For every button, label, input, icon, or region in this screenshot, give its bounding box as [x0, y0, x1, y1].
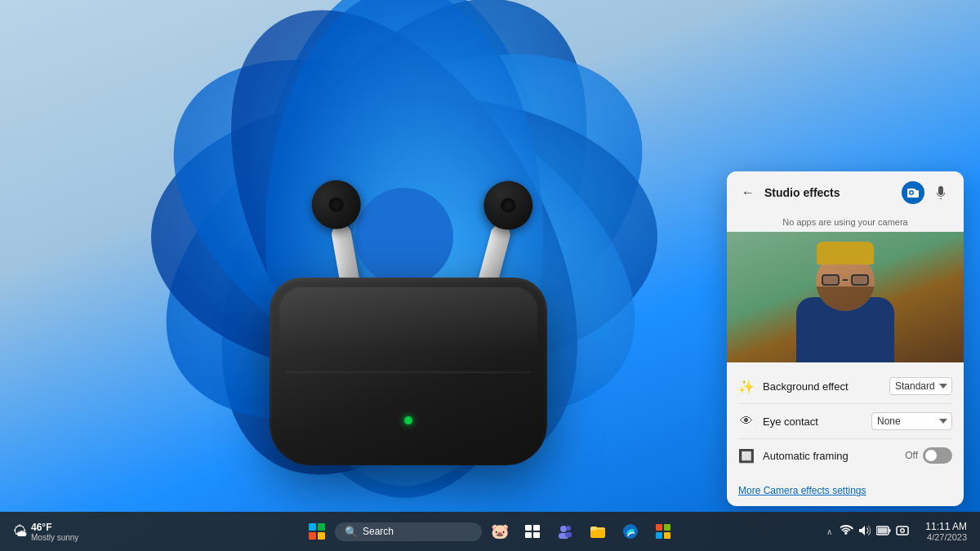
svg-rect-24: [889, 529, 891, 532]
automatic-framing-toggle[interactable]: [923, 447, 952, 464]
automatic-framing-value: Off: [905, 450, 918, 461]
panel-title: Studio effects: [764, 186, 895, 199]
svg-rect-15: [565, 532, 572, 537]
weather-info: 46°F Mostly sunny: [31, 522, 78, 542]
taskbar-left: 🌤 46°F Mostly sunny: [7, 522, 170, 542]
search-label: Search: [363, 526, 394, 537]
taskbar-teams[interactable]: [550, 517, 580, 546]
panel-settings: ✨ Background effect Standard Blur Replac…: [727, 362, 964, 478]
tray-expand-button[interactable]: ∧: [823, 524, 835, 540]
search-bar[interactable]: 🔍 Search: [335, 522, 482, 541]
clock-time: 11:11 AM: [925, 521, 967, 532]
setting-eye-contact: 👁 Eye contact None Standard Teleprompter: [727, 404, 964, 438]
eye-contact-control[interactable]: None Standard Teleprompter: [871, 412, 952, 430]
volume-icon[interactable]: [858, 525, 871, 539]
svg-point-28: [902, 529, 904, 531]
clock-date: 4/27/2023: [925, 532, 967, 542]
setting-automatic-framing: 🔲 Automatic framing Off: [727, 439, 964, 472]
logo-tile-4: [318, 532, 325, 540]
svg-rect-19: [656, 524, 662, 531]
no-camera-status: No apps are using your camera: [727, 214, 964, 232]
desktop: ← Studio effects No apps are using your …: [0, 0, 980, 551]
panel-header: ← Studio effects: [727, 171, 964, 214]
teams-icon: [557, 524, 573, 539]
camera-person: [727, 232, 964, 362]
svg-point-14: [566, 526, 571, 531]
system-tray: ∧: [817, 524, 915, 540]
eye-contact-label: Eye contact: [763, 415, 863, 428]
wifi-icon[interactable]: [840, 525, 853, 539]
automatic-framing-toggle-container: Off: [905, 447, 952, 464]
edge-icon: [622, 523, 639, 540]
taskbar-widgets[interactable]: 🐷: [485, 517, 514, 546]
studio-effects-panel: ← Studio effects No apps are using your …: [727, 171, 964, 506]
background-effect-control[interactable]: Standard Blur Replace: [889, 377, 952, 395]
taskbar: 🌤 46°F Mostly sunny 🔍 S: [0, 512, 980, 551]
logo-tile-3: [309, 532, 316, 540]
camera-preview: [727, 232, 964, 362]
panel-icon-buttons: [902, 181, 952, 204]
file-explorer-icon: [590, 524, 606, 539]
weather-temperature: 46°F: [31, 522, 78, 533]
svg-rect-10: [525, 532, 532, 538]
weather-icon: 🌤: [13, 523, 28, 540]
automatic-framing-label: Automatic framing: [763, 450, 897, 462]
background-effect-select[interactable]: Standard Blur Replace: [889, 377, 952, 395]
airpods-image: [245, 163, 588, 490]
svg-rect-17: [590, 528, 597, 531]
setting-background-effect: ✨ Background effect Standard Blur Replac…: [727, 369, 964, 403]
taskbar-store[interactable]: [648, 517, 678, 546]
start-button[interactable]: [302, 517, 332, 546]
svg-rect-25: [878, 528, 888, 534]
widgets-icon: 🐷: [491, 522, 509, 540]
windows-logo: [309, 523, 325, 540]
camera-taskbar-icon[interactable]: [896, 525, 909, 539]
weather-description: Mostly sunny: [31, 533, 78, 542]
svg-rect-22: [664, 532, 670, 539]
svg-rect-21: [656, 532, 662, 539]
taskbar-file-explorer[interactable]: [583, 517, 612, 546]
eye-contact-select[interactable]: None Standard Teleprompter: [871, 412, 952, 430]
svg-rect-20: [664, 524, 670, 531]
back-button[interactable]: ←: [738, 183, 758, 202]
taskbar-center: 🔍 Search 🐷: [302, 517, 678, 546]
svg-rect-8: [525, 525, 532, 531]
logo-tile-2: [318, 523, 325, 531]
svg-point-12: [560, 526, 567, 532]
eye-contact-icon: 👁: [738, 414, 755, 429]
automatic-framing-icon: 🔲: [738, 448, 755, 464]
camera-icon-button[interactable]: [902, 181, 924, 204]
weather-widget[interactable]: 🌤 46°F Mostly sunny: [7, 522, 85, 542]
logo-tile-1: [309, 523, 316, 531]
more-camera-settings-link[interactable]: More Camera effects settings: [727, 478, 964, 506]
search-icon: 🔍: [345, 526, 358, 538]
clock[interactable]: 11:11 AM 4/27/2023: [919, 521, 973, 542]
task-view-icon: [525, 525, 540, 538]
svg-rect-9: [533, 525, 540, 531]
battery-icon[interactable]: [876, 525, 891, 538]
taskbar-task-view[interactable]: [518, 517, 547, 546]
microphone-icon-button[interactable]: [929, 181, 952, 204]
svg-rect-11: [533, 532, 540, 538]
taskbar-right: ∧: [817, 521, 973, 542]
background-effect-label: Background effect: [763, 380, 881, 393]
store-icon: [656, 524, 670, 539]
background-effect-icon: ✨: [738, 379, 755, 394]
taskbar-edge[interactable]: [616, 517, 645, 546]
